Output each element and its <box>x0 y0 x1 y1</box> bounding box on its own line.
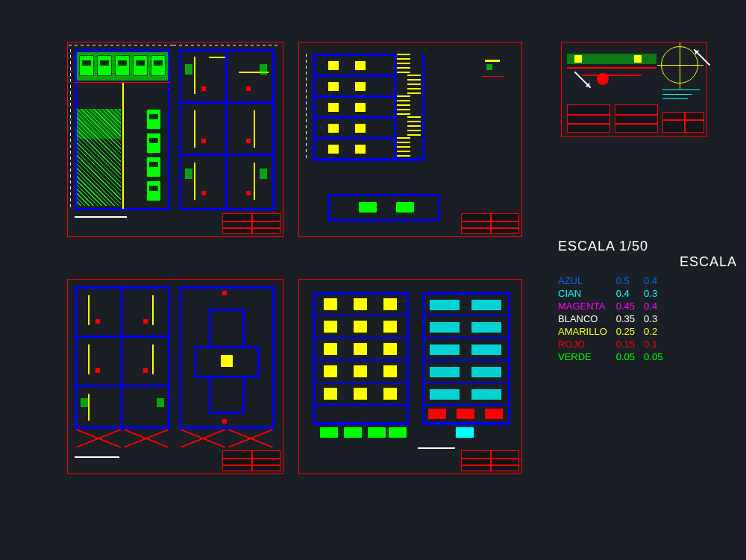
sheet2-section-b <box>328 194 440 227</box>
legend-value-2: 0.05 <box>644 350 671 363</box>
legend-value-1: 0.25 <box>616 325 644 338</box>
sheet2-titleblock <box>461 213 519 234</box>
legend-value-2: 0.4 <box>644 300 671 312</box>
legend-value-1: 0.05 <box>616 350 644 363</box>
sheet2-detail <box>477 54 510 91</box>
legend-color-name: BLANCO <box>558 312 616 325</box>
sheet3-plan-roof <box>179 286 275 449</box>
sheet5-siteplan <box>567 48 656 92</box>
sheet5-note-line <box>662 98 688 99</box>
sheet4-elev-side <box>422 292 510 441</box>
legend-value-2: 0.4 <box>644 274 671 287</box>
legend-row: MAGENTA0.450.4 <box>558 300 671 312</box>
sheet3-label-bar <box>75 456 119 458</box>
legend-color-name: AMARILLO <box>558 325 616 338</box>
legend-row: BLANCO0.350.3 <box>558 312 671 325</box>
legend-table: AZUL0.50.4CIAN0.40.3MAGENTA0.450.4BLANCO… <box>558 274 671 363</box>
sheet3-titleblock <box>222 450 280 471</box>
sheet3-plan-left <box>75 286 170 449</box>
legend-value-2: 0.3 <box>644 287 671 300</box>
legend-value-2: 0.1 <box>644 338 671 350</box>
sheet1-plan-ground <box>75 49 170 210</box>
legend-title-1: ESCALA 1/50 <box>558 239 737 254</box>
sheet5-note-line <box>662 89 700 90</box>
legend-value-1: 0.4 <box>616 287 644 300</box>
legend-row: ROJO0.150.1 <box>558 338 671 350</box>
legend-title-2: ESCALA <box>558 254 737 270</box>
cad-model-space[interactable]: ESCALA 1/50 ESCALA AZUL0.50.4CIAN0.40.3M… <box>0 0 746 560</box>
sheet5-table-1 <box>567 104 610 133</box>
plot-scale-legend: ESCALA 1/50 ESCALA AZUL0.50.4CIAN0.40.3M… <box>558 239 737 363</box>
legend-value-1: 0.35 <box>616 312 644 325</box>
legend-value-2: 0.2 <box>644 325 671 338</box>
sheet1-plan-typical <box>179 49 275 210</box>
sheet5-note-line <box>662 94 692 95</box>
legend-row: VERDE0.050.05 <box>558 350 671 363</box>
legend-color-name: CIAN <box>558 287 616 300</box>
sheet2-section-a <box>313 54 425 180</box>
sheet4-label-bar <box>418 447 455 449</box>
legend-value-1: 0.45 <box>616 300 644 312</box>
sheet5-table-2 <box>615 104 658 133</box>
legend-color-name: ROJO <box>558 338 616 350</box>
sheet1-label-bar <box>75 216 127 218</box>
sheet1-titleblock <box>222 213 280 234</box>
legend-row: AMARILLO0.250.2 <box>558 325 671 338</box>
legend-value-1: 0.5 <box>616 274 644 287</box>
legend-color-name: VERDE <box>558 350 616 363</box>
sheet4-elev-front <box>313 292 409 441</box>
sheet5-titleblock <box>662 112 704 133</box>
legend-value-2: 0.3 <box>644 312 671 325</box>
legend-color-name: AZUL <box>558 274 616 287</box>
legend-value-1: 0.15 <box>616 338 644 350</box>
legend-color-name: MAGENTA <box>558 300 616 312</box>
legend-row: CIAN0.40.3 <box>558 287 671 300</box>
sheet4-titleblock <box>461 450 519 471</box>
legend-row: AZUL0.50.4 <box>558 274 671 287</box>
